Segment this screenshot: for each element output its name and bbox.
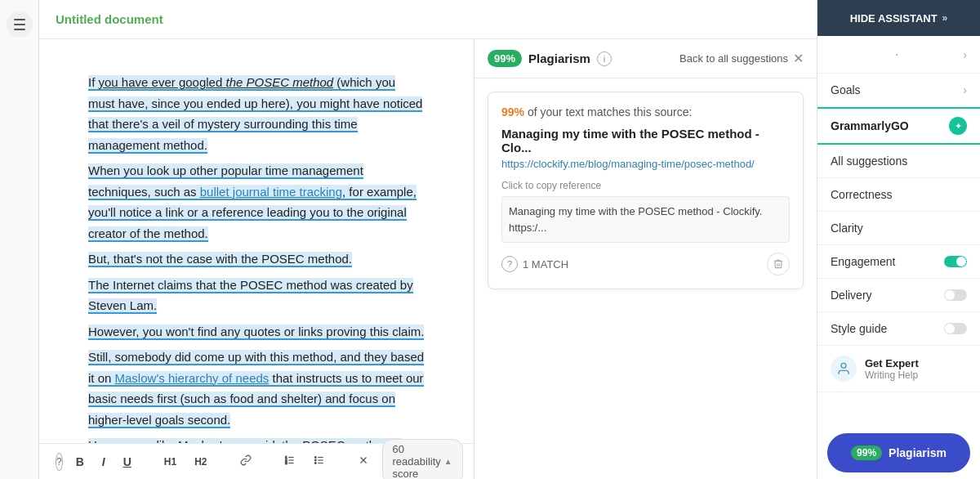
hide-assistant-arrows: » [942,12,948,24]
main-area: Untitled document If you have ever googl… [39,0,817,479]
match-question-icon[interactable]: ? [501,256,518,272]
match-source-url[interactable]: https://clockify.me/blog/managing-time/p… [501,158,790,170]
back-label: Back to all suggestions [679,52,788,65]
back-to-suggestions-button[interactable]: Back to all suggestions ✕ [679,51,804,66]
suggestion-label-delivery: Delivery [831,289,944,302]
sidebar-dot-row[interactable]: · › [817,36,980,74]
match-header-text: of your text matches this source: [528,105,693,119]
doc-title-highlight: document [105,12,163,26]
highlighted-segment-3: But, that's not the case with the POSEC … [88,252,352,267]
italic-text: the POSEC method [225,75,333,89]
svg-text:3: 3 [285,461,287,465]
match-source-title: Managing my time with the POSEC method -… [501,127,790,154]
expert-help-row[interactable]: Get Expert Writing Help [817,346,980,392]
expert-help-subtitle: Writing Help [865,369,919,381]
paragraph-2: When you look up other popular time mana… [88,160,425,244]
document-title: Untitled document [56,12,163,26]
suggestion-all[interactable]: All suggestions [817,145,980,178]
link-bullet-journal[interactable]: bullet journal time tracking [200,185,342,199]
copy-reference-label[interactable]: Click to copy reference [501,180,790,191]
suggestions-list: All suggestions Correctness Clarity Enga… [817,145,980,427]
editor-container: If you have ever googled the POSEC metho… [39,39,474,479]
clear-format-button[interactable] [353,451,374,472]
bold-button[interactable]: B [71,452,89,472]
readability-badge[interactable]: 60 readability score ▲ [382,439,463,479]
grammarly-go-icon: ✦ [949,117,967,135]
suggestion-delivery[interactable]: Delivery [817,279,980,312]
topbar: Untitled document [39,0,817,39]
plagiarism-score-badge: 99% [488,50,522,67]
delivery-toggle[interactable] [944,289,967,301]
svg-point-10 [314,459,316,461]
h1-button[interactable]: H1 [159,453,181,471]
style-guide-toggle[interactable] [944,323,967,334]
match-count: ? 1 MATCH [501,256,568,272]
svg-point-9 [314,457,316,459]
match-count-text: 1 MATCH [523,258,568,271]
paragraph-6: Still, somebody did come up with this me… [88,347,425,430]
go-icon-symbol: ✦ [955,121,962,132]
bullet-list-button[interactable] [309,451,330,472]
highlighted-segment-2: When you look up other popular time mana… [88,163,416,242]
goals-label: Goals [831,83,963,96]
suggestion-correctness[interactable]: Correctness [817,178,980,212]
paragraph-5: However, you won't find any quotes or li… [88,321,425,342]
readability-score-text: 60 readability score [393,443,441,479]
underline-button[interactable]: U [118,452,136,472]
hamburger-line [14,24,25,25]
expert-help-title: Get Expert [865,357,919,369]
italic-button[interactable]: I [97,452,110,472]
svg-point-11 [314,463,316,464]
plagiarism-panel-header: 99% Plagiarism i Back to all suggestions… [474,39,817,78]
close-plagiarism-icon[interactable]: ✕ [793,51,804,66]
readability-arrow: ▲ [444,457,452,466]
plagiarism-bottom-button[interactable]: 99% Plagiarism [827,433,970,472]
highlighted-segment-6: Still, somebody did come up with this me… [88,350,424,428]
engagement-toggle[interactable] [944,256,967,267]
suggestion-label-engagement: Engagement [831,255,944,268]
dot-indicator: · [831,46,963,63]
doc-title-plain: Untitled [56,12,105,26]
copy-reference-text: Managing my time with the POSEC method -… [501,196,790,243]
plagiarism-info-icon[interactable]: i [597,51,612,66]
match-footer: ? 1 MATCH [501,253,790,275]
hide-assistant-button[interactable]: HIDE ASSISTANT » [817,0,980,36]
paragraph-3: But, that's not the case with the POSEC … [88,248,425,270]
suggestion-label-clarity: Clarity [831,222,967,235]
suggestion-label-correctness: Correctness [831,188,967,201]
plagiarism-bottom-score: 99% [851,445,882,460]
hamburger-line [14,19,25,20]
suggestion-engagement[interactable]: Engagement [817,245,980,279]
match-card-header: 99% of your text matches this source: [501,105,790,119]
hamburger-menu-button[interactable] [7,11,33,38]
match-card: 99% of your text matches this source: Ma… [488,92,804,289]
hide-assistant-label: HIDE ASSISTANT [850,12,938,25]
highlighted-segment-4: The Internet claims that the POSEC metho… [88,278,413,315]
plagiarism-bottom-label: Plagiarism [889,446,947,459]
grammarly-go-row[interactable]: GrammarlyGO ✦ [817,107,980,145]
suggestion-style-guide[interactable]: Style guide [817,312,980,346]
editor-toolbar: ? B I U H1 H2 1 [39,443,474,479]
grammarly-go-label: GrammarlyGO [831,119,949,132]
underlined-text: you have ever googled the POSEC method [99,75,334,89]
hamburger-line [14,29,25,30]
delivery-toggle-dot [945,290,955,300]
link-maslow[interactable]: Maslow's hierarchy of needs [115,371,270,385]
editor-content[interactable]: If you have ever googled the POSEC metho… [39,39,474,443]
style-guide-toggle-dot [945,324,955,334]
link-button[interactable] [235,451,256,472]
suggestion-label-all: All suggestions [831,154,967,168]
suggestion-label-style-guide: Style guide [831,322,944,335]
match-percent: 99% [501,105,524,119]
right-sidebar: HIDE ASSISTANT » · › Goals › GrammarlyGO… [817,0,980,479]
plagiarism-panel-body: 99% of your text matches this source: Ma… [474,78,817,479]
engagement-toggle-dot [956,257,966,266]
help-icon[interactable]: ? [56,453,63,471]
suggestion-clarity[interactable]: Clarity [817,212,980,245]
paragraph-7: However, unlike Maslow's pyramid, the PO… [88,435,425,443]
highlighted-segment-5: However, you won't find any quotes or li… [88,325,424,340]
ordered-list-button[interactable]: 1 2 3 [279,451,301,472]
sidebar-goals-row[interactable]: Goals › [817,74,980,107]
h2-button[interactable]: H2 [189,453,212,471]
delete-match-button[interactable] [767,253,790,275]
